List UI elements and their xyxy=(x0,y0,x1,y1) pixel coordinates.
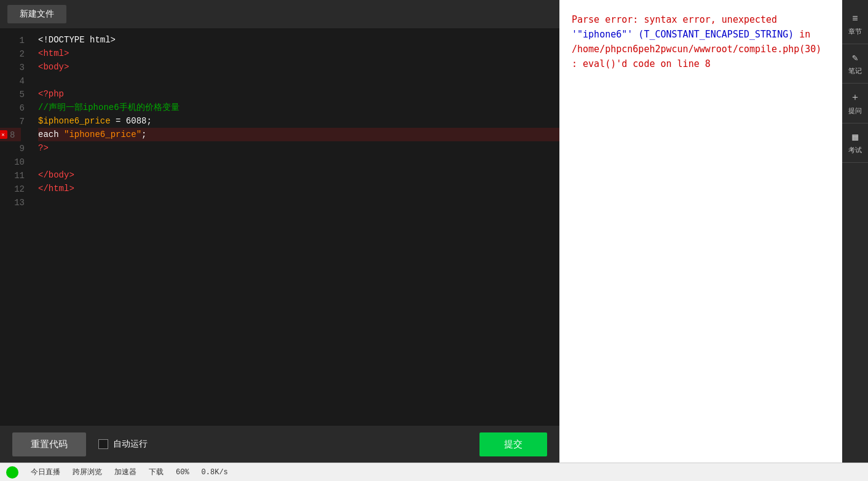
content-area: 新建文件 1 2 3 4 5 6 7 ✕ 8 9 xyxy=(0,0,868,463)
code-line-3: <body> xyxy=(38,60,559,74)
line-num-2: 2 xyxy=(0,47,31,60)
sidebar-item-notes[interactable]: ✎ 笔记 xyxy=(842,44,868,84)
auto-run-checkbox[interactable] xyxy=(98,439,108,449)
line-num-12: 12 xyxy=(0,182,31,195)
code-token: <?php xyxy=(38,87,64,101)
code-line-10 xyxy=(38,155,559,168)
sidebar-label-question: 提问 xyxy=(848,106,862,115)
code-line-1: <!DOCTYPE html> xyxy=(38,33,559,47)
code-line-7: $iphone6_price = 6088; xyxy=(38,114,559,128)
code-token: <html> xyxy=(38,47,69,60)
line-num-11: 11 xyxy=(0,168,31,182)
code-line-9: ?> xyxy=(38,141,559,155)
sidebar-label-notes: 笔记 xyxy=(848,66,862,76)
bottom-bar: 重置代码 自动运行 提交 xyxy=(0,426,559,463)
code-token: ; xyxy=(141,128,146,141)
line-num-5: 5 xyxy=(0,87,31,101)
question-icon: ＋ xyxy=(850,91,860,104)
network-label: 0.8K/s xyxy=(202,468,228,477)
sidebar-item-question[interactable]: ＋ 提问 xyxy=(842,84,868,123)
code-token: $iphone6_price xyxy=(38,114,111,128)
line-num-7: 7 xyxy=(0,114,31,128)
error-text-line1: Parse error: syntax error, unexpected xyxy=(572,14,777,25)
zoom-label: 60% xyxy=(176,468,189,477)
sidebar-item-exam[interactable]: ▦ 考试 xyxy=(842,123,868,163)
cross-screen-label: 跨屏浏览 xyxy=(73,467,102,477)
code-token: each xyxy=(38,128,64,141)
code-token: "iphone6_price" xyxy=(64,128,141,141)
editor-panel: 新建文件 1 2 3 4 5 6 7 ✕ 8 9 xyxy=(0,0,559,463)
code-line-13 xyxy=(38,195,559,209)
code-line-12: </html> xyxy=(38,182,559,195)
code-area[interactable]: <!DOCTYPE html> <html> <body> <?php //声明… xyxy=(31,28,559,426)
chapter-icon: ≡ xyxy=(852,14,858,25)
editor-toolbar: 新建文件 xyxy=(0,0,559,28)
code-line-5: <?php xyxy=(38,87,559,101)
code-token: //声明一部iphone6手机的价格变量 xyxy=(38,101,180,114)
code-line-4 xyxy=(38,74,559,87)
notes-icon: ✎ xyxy=(852,52,858,64)
code-line-2: <html> xyxy=(38,47,559,60)
submit-button[interactable]: 提交 xyxy=(479,432,547,456)
new-file-button[interactable]: 新建文件 xyxy=(7,5,66,23)
sidebar-item-chapter[interactable]: ≡ 章节 xyxy=(842,6,868,44)
code-token: <!DOCTYPE html> xyxy=(38,33,116,47)
code-line-8: each "iphone6_price"; xyxy=(38,128,559,141)
code-token: </html> xyxy=(38,182,74,195)
code-token: </body> xyxy=(38,168,74,182)
output-panel: Parse error: syntax error, unexpected '"… xyxy=(559,0,842,463)
auto-run-label: 自动运行 xyxy=(113,439,148,450)
error-text-highlight: '"iphone6"' (T_CONSTANT_ENCAPSED_STRING) xyxy=(572,29,794,40)
line-num-1: 1 xyxy=(0,33,31,47)
exam-icon: ▦ xyxy=(852,131,858,143)
right-sidebar: ≡ 章节 ✎ 笔记 ＋ 提问 ▦ 考试 xyxy=(842,0,868,463)
error-output: Parse error: syntax error, unexpected '"… xyxy=(572,12,830,71)
line-num-9: 9 xyxy=(0,141,31,155)
line-numbers: 1 2 3 4 5 6 7 ✕ 8 9 10 11 12 13 xyxy=(0,28,31,426)
line-num-13: 13 xyxy=(0,195,31,209)
sidebar-label-chapter: 章节 xyxy=(848,27,862,36)
live-label: 今日直播 xyxy=(31,467,60,477)
sidebar-label-exam: 考试 xyxy=(848,146,862,155)
code-token: ?> xyxy=(38,141,49,155)
line-num-3: 3 xyxy=(0,60,31,74)
line-num-4: 4 xyxy=(0,74,31,87)
line-num-8-wrapper: ✕ 8 xyxy=(0,128,31,141)
speed-label: 加速器 xyxy=(114,467,136,477)
code-line-6: //声明一部iphone6手机的价格变量 xyxy=(38,101,559,114)
auto-run-container: 自动运行 xyxy=(98,439,148,450)
line-num-6: 6 xyxy=(0,101,31,114)
main-container: 新建文件 1 2 3 4 5 6 7 ✕ 8 9 xyxy=(0,0,868,481)
system-bar: 今日直播 跨屏浏览 加速器 下载 60% 0.8K/s xyxy=(0,463,868,481)
error-marker: ✕ xyxy=(0,130,7,139)
download-label: 下载 xyxy=(149,467,164,477)
code-token: <body> xyxy=(38,60,69,74)
reset-button[interactable]: 重置代码 xyxy=(12,432,86,456)
editor-body: 1 2 3 4 5 6 7 ✕ 8 9 10 11 12 13 xyxy=(0,28,559,426)
code-line-11: </body> xyxy=(38,168,559,182)
line-num-10: 10 xyxy=(0,155,31,168)
live-indicator xyxy=(6,466,18,479)
code-token: = 6088; xyxy=(111,114,152,128)
